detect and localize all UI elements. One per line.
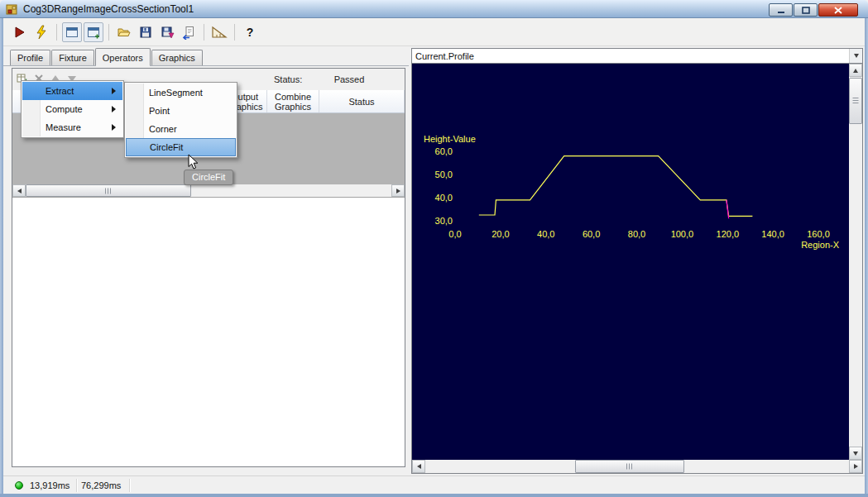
close-icon <box>834 7 842 14</box>
menu-item-linesegment[interactable]: LineSegment <box>126 84 236 102</box>
x-tick-label: 0,0 <box>448 229 461 239</box>
save-record-button[interactable] <box>157 22 177 42</box>
column-header-status[interactable]: Status <box>319 90 405 112</box>
run-time: 13,919ms <box>30 480 70 490</box>
x-tick-label: 100,0 <box>671 229 694 239</box>
maximize-button[interactable] <box>794 3 818 17</box>
geometry-measure-button[interactable] <box>209 22 229 42</box>
minimize-button[interactable] <box>769 3 793 17</box>
chevron-down-icon <box>854 54 859 58</box>
tab-profile[interactable]: Profile <box>10 50 50 65</box>
scroll-thumb[interactable] <box>26 184 191 197</box>
profile-chart[interactable]: 0,020,040,060,080,0100,0120,0140,0160,03… <box>412 64 849 460</box>
menu-item-measure[interactable]: Measure <box>22 118 122 136</box>
window-frame-bottom <box>0 494 868 497</box>
tab-graphics[interactable]: Graphics <box>151 50 203 65</box>
electric-run-button[interactable] <box>31 22 51 42</box>
import-button[interactable] <box>179 22 199 42</box>
y-tick-label: 50,0 <box>435 170 453 179</box>
tab-fixture[interactable]: Fixture <box>51 50 94 65</box>
profile-chart-svg: 0,020,040,060,080,0100,0120,0140,0160,03… <box>412 64 849 460</box>
open-file-icon <box>117 25 132 40</box>
open-file-button[interactable] <box>114 22 134 42</box>
status-led-green-icon <box>15 481 23 490</box>
scroll-up-arrow[interactable] <box>849 64 862 77</box>
chart-horizontal-scrollbar[interactable] <box>412 460 862 473</box>
scroll-left-arrow[interactable] <box>412 460 425 473</box>
help-icon: ? <box>247 26 254 39</box>
geometry-icon <box>210 25 228 40</box>
series-height-profile <box>479 156 753 217</box>
submenu-arrow-icon <box>112 106 116 112</box>
main-toolbar: ? <box>3 18 865 46</box>
column-label: Graphics <box>275 102 311 112</box>
profile-display-panel: Current.Profile 0,020,040,060,080,0100,0… <box>411 48 863 474</box>
toolbar-separator <box>204 24 204 41</box>
y-tick-label: 40,0 <box>435 193 453 203</box>
status-label: Status: <box>274 74 302 84</box>
save-button[interactable] <box>136 22 156 42</box>
extract-submenu: LineSegment Point Corner CircleFit <box>124 82 237 158</box>
scroll-right-arrow[interactable] <box>391 184 405 197</box>
x-axis-label: Region-X <box>801 240 840 250</box>
submenu-arrow-icon <box>112 88 116 94</box>
electric-run-icon <box>34 25 49 40</box>
menu-item-point[interactable]: Point <box>126 102 236 120</box>
submenu-arrow-icon <box>112 124 116 131</box>
help-button[interactable]: ? <box>240 22 260 42</box>
scroll-left-arrow[interactable] <box>12 184 26 197</box>
new-image-display-button[interactable] <box>84 22 103 42</box>
window-title: Cog3DRangeImageCrossSectionTool1 <box>23 3 194 15</box>
menu-item-label: Measure <box>46 122 81 132</box>
toolbar-separator <box>234 24 235 41</box>
statusbar-separator <box>76 479 78 492</box>
tab-strip: Profile Fixture Operators Graphics <box>10 50 203 65</box>
status-bar: 13,919ms 76,299ms <box>3 475 865 494</box>
profile-selector-value: Current.Profile <box>415 51 474 61</box>
import-icon <box>181 25 196 40</box>
x-tick-label: 20,0 <box>492 229 509 239</box>
toolbar-separator <box>108 24 109 41</box>
minimize-icon <box>777 7 785 14</box>
scroll-thumb[interactable] <box>849 78 862 124</box>
app-window: Cog3DRangeImageCrossSectionTool1 <box>0 0 868 497</box>
y-axis-label: Height-Value <box>424 134 476 144</box>
menu-item-compute[interactable]: Compute <box>22 100 122 118</box>
titlebar[interactable]: Cog3DRangeImageCrossSectionTool1 <box>0 0 868 18</box>
menu-item-extract[interactable]: Extract <box>22 82 122 100</box>
menu-item-label: CircleFit <box>150 142 183 152</box>
grid-horizontal-scrollbar[interactable] <box>12 184 405 197</box>
save-icon <box>138 25 153 40</box>
status-value: Passed <box>304 74 395 84</box>
profile-selector[interactable]: Current.Profile <box>412 49 862 64</box>
column-header-combine-graphics[interactable]: Combine Graphics <box>267 90 319 112</box>
x-tick-label: 160,0 <box>807 229 830 239</box>
statusbar-separator <box>129 479 131 492</box>
window-frame-right <box>865 18 868 494</box>
y-tick-label: 60,0 <box>435 146 453 156</box>
scroll-right-arrow[interactable] <box>849 460 862 473</box>
tab-operators[interactable]: Operators <box>95 48 151 65</box>
run-button[interactable] <box>10 22 30 42</box>
scroll-down-arrow[interactable] <box>849 447 862 460</box>
operators-context-menu: Extract Compute Measure <box>21 80 124 138</box>
app-icon <box>5 2 18 16</box>
scroll-thumb[interactable] <box>575 460 684 473</box>
new-image-display-icon <box>86 25 101 40</box>
tabpage-top-edge <box>3 65 409 66</box>
mouse-cursor-icon <box>188 154 199 170</box>
close-button[interactable] <box>818 3 858 17</box>
image-display-icon <box>65 25 79 40</box>
save-record-icon <box>160 25 175 40</box>
menu-item-circlefit[interactable]: CircleFit <box>126 138 236 156</box>
toolbar-separator <box>56 24 57 41</box>
column-label: Combine <box>275 92 311 102</box>
dropdown-button[interactable] <box>849 49 862 63</box>
x-tick-label: 140,0 <box>761 229 784 239</box>
menu-item-label: Corner <box>149 124 177 134</box>
image-display-button[interactable] <box>62 22 82 42</box>
menu-item-corner[interactable]: Corner <box>126 120 236 138</box>
window-frame-left <box>0 18 3 494</box>
circlefit-tooltip: CircleFit <box>184 170 233 185</box>
chart-vertical-scrollbar[interactable] <box>849 64 862 460</box>
